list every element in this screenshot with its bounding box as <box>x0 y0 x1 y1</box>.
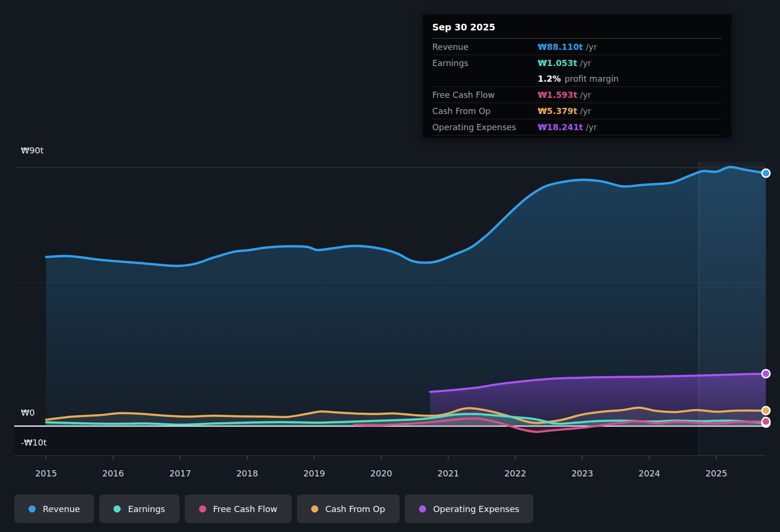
tooltip-row-cash-from-op: Cash From Op ₩5.379t/yr <box>432 103 722 119</box>
below-zero-region <box>14 427 766 456</box>
tooltip-label: Revenue <box>432 42 538 52</box>
revenue-endpoint-marker <box>762 169 770 177</box>
tooltip-value: ₩5.379t/yr <box>538 106 591 116</box>
cashop-legend-dot-icon <box>311 505 318 513</box>
tooltip-profit-margin: 1.2%profit margin <box>538 74 618 84</box>
tooltip-label: Free Cash Flow <box>432 90 538 100</box>
tooltip-label: Earnings <box>432 58 538 68</box>
legend-label: Earnings <box>128 504 165 514</box>
legend-label: Revenue <box>43 504 80 514</box>
fcf-legend-dot-icon <box>199 505 206 513</box>
tooltip-row-profit-margin: 1.2%profit margin <box>432 71 722 86</box>
x-axis-label-2023: 2023 <box>571 468 593 478</box>
legend-item-earnings[interactable]: Earnings <box>99 494 179 523</box>
revenue-legend-dot-icon <box>29 505 36 513</box>
x-axis-label-2015: 2015 <box>35 468 57 478</box>
x-axis-label-2018: 2018 <box>236 468 258 478</box>
tooltip-row-operating-expenses: Operating Expenses ₩18.241t/yr <box>432 119 722 135</box>
fcf-endpoint-marker <box>762 418 770 426</box>
x-axis-label-2020: 2020 <box>371 468 392 478</box>
legend-item-opex[interactable]: Operating Expenses <box>405 494 533 523</box>
cashop-endpoint-marker <box>762 407 770 415</box>
legend-item-revenue[interactable]: Revenue <box>14 494 94 523</box>
chart-legend: RevenueEarningsFree Cash FlowCash From O… <box>14 494 533 523</box>
earnings-revenue-history-panel: ₩90t ₩0 -₩10t 20152016201720182019202020… <box>0 0 780 532</box>
y-axis-label-90t: ₩90t <box>21 145 44 155</box>
opex-endpoint-marker <box>762 370 770 378</box>
earnings-legend-dot-icon <box>114 505 121 513</box>
x-axis-label-2022: 2022 <box>504 468 526 478</box>
tooltip-date: Sep 30 2025 <box>432 20 722 38</box>
tooltip-value: ₩1.593t/yr <box>538 90 591 100</box>
legend-item-cashop[interactable]: Cash From Op <box>297 494 400 523</box>
tooltip-row-revenue: Revenue ₩88.110t/yr <box>432 38 722 55</box>
legend-label: Operating Expenses <box>433 504 519 514</box>
legend-label: Cash From Op <box>325 504 385 514</box>
legend-item-fcf[interactable]: Free Cash Flow <box>185 494 292 523</box>
x-axis-label-2021: 2021 <box>438 468 459 478</box>
y-axis-label-neg10t: -₩10t <box>21 437 47 447</box>
tooltip-label: Operating Expenses <box>432 123 538 132</box>
x-axis-label-2017: 2017 <box>169 468 191 478</box>
chart-tooltip: Sep 30 2025 Revenue ₩88.110t/yr Earnings… <box>423 14 732 137</box>
y-axis-label-0: ₩0 <box>21 408 35 418</box>
tooltip-value: ₩88.110t/yr <box>538 42 597 52</box>
x-axis-label-2019: 2019 <box>303 468 325 478</box>
tooltip-value: ₩18.241t/yr <box>538 123 597 132</box>
legend-label: Free Cash Flow <box>213 504 277 514</box>
x-axis-label-2025: 2025 <box>705 468 727 478</box>
opex-legend-dot-icon <box>419 505 426 513</box>
tooltip-row-free-cash-flow: Free Cash Flow ₩1.593t/yr <box>432 86 722 103</box>
x-axis-label-2024: 2024 <box>638 468 660 478</box>
tooltip-label: Cash From Op <box>432 106 538 116</box>
tooltip-row-earnings: Earnings ₩1.053t/yr <box>432 55 722 71</box>
x-axis-label-2016: 2016 <box>102 468 124 478</box>
tooltip-value: ₩1.053t/yr <box>538 58 591 68</box>
